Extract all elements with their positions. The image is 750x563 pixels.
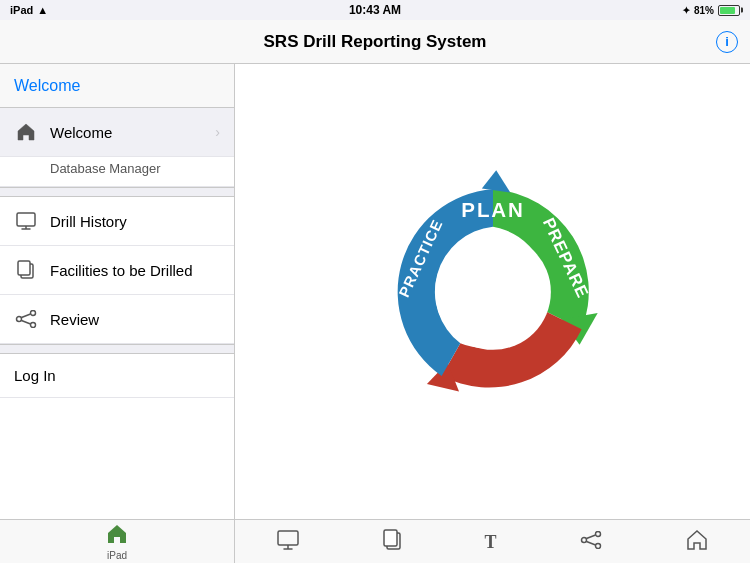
svg-line-27	[587, 542, 596, 546]
status-right: ✦ 81%	[682, 5, 740, 16]
sidebar-list: Welcome › Database Manager Drill History	[0, 108, 234, 519]
main-layout: Welcome Welcome › Database Manager	[0, 64, 750, 519]
svg-rect-4	[18, 261, 30, 275]
ipad-label: iPad	[10, 4, 33, 16]
tab-bar-left[interactable]: iPad	[0, 520, 235, 563]
tab-ipad-label: iPad	[107, 550, 127, 561]
svg-point-25	[596, 544, 601, 549]
svg-line-8	[22, 314, 31, 318]
tab-text-icon: T	[484, 533, 496, 551]
tab-share-icon	[580, 531, 602, 552]
sidebar-item-review[interactable]: Review	[0, 295, 234, 344]
tab-copy[interactable]	[375, 525, 409, 558]
tab-share[interactable]	[572, 527, 610, 556]
chevron-icon: ›	[215, 124, 220, 140]
sidebar-item-facilities[interactable]: Facilities to be Drilled	[0, 246, 234, 295]
tab-text[interactable]: T	[476, 529, 504, 555]
svg-point-24	[596, 532, 601, 537]
tab-home-icon	[106, 523, 128, 550]
svg-point-23	[582, 538, 587, 543]
svg-point-7	[31, 323, 36, 328]
svg-rect-22	[384, 530, 397, 546]
facilities-label: Facilities to be Drilled	[50, 262, 220, 279]
home-icon	[14, 120, 38, 144]
tab-home[interactable]	[678, 525, 716, 558]
tab-home-icon	[686, 529, 708, 554]
svg-point-14	[435, 234, 551, 350]
sidebar-header: Welcome	[0, 64, 234, 108]
tab-copy-icon	[383, 529, 401, 554]
svg-point-6	[31, 311, 36, 316]
svg-rect-0	[17, 213, 35, 226]
battery-icon-container	[718, 5, 740, 16]
welcome-label: Welcome	[50, 124, 215, 141]
battery-fill	[720, 7, 735, 14]
database-manager-label: Database Manager	[0, 157, 234, 187]
svg-line-9	[22, 321, 31, 325]
sidebar-item-drill-history[interactable]: Drill History	[0, 197, 234, 246]
battery-percent: 81%	[694, 5, 714, 16]
tab-monitor-icon	[277, 530, 299, 553]
sidebar-header-title: Welcome	[14, 77, 80, 95]
cycle-graphic: PLAN PREPARE PRACTICE	[353, 152, 633, 432]
sidebar-item-login[interactable]: Log In	[0, 354, 234, 398]
tab-bar-home-container: iPad	[106, 523, 128, 561]
copy-icon	[14, 258, 38, 282]
cycle-svg: PLAN PREPARE PRACTICE	[353, 152, 633, 432]
status-time: 10:43 AM	[349, 3, 401, 17]
share-icon	[14, 307, 38, 331]
sidebar-item-welcome[interactable]: Welcome ›	[0, 108, 234, 157]
svg-line-26	[587, 535, 596, 539]
drill-history-label: Drill History	[50, 213, 220, 230]
login-label: Log In	[14, 367, 56, 384]
content-area: PLAN PREPARE PRACTICE	[235, 64, 750, 519]
status-left: iPad ▲	[10, 4, 48, 16]
tab-bar-right: T	[235, 520, 750, 563]
svg-rect-18	[278, 531, 298, 545]
tab-bar: iPad T	[0, 519, 750, 563]
section-divider-2	[0, 344, 234, 354]
battery-shape	[718, 5, 740, 16]
wifi-icon: ▲	[37, 4, 48, 16]
svg-point-5	[17, 317, 22, 322]
tab-monitor[interactable]	[269, 526, 307, 557]
svg-text:PLAN: PLAN	[461, 198, 524, 221]
info-button[interactable]: i	[716, 31, 738, 53]
review-label: Review	[50, 311, 220, 328]
nav-title: SRS Drill Reporting System	[264, 32, 487, 52]
nav-bar: SRS Drill Reporting System i	[0, 20, 750, 64]
bluetooth-icon: ✦	[682, 5, 690, 16]
section-divider-1	[0, 187, 234, 197]
monitor-icon	[14, 209, 38, 233]
sidebar: Welcome Welcome › Database Manager	[0, 64, 235, 519]
status-bar: iPad ▲ 10:43 AM ✦ 81%	[0, 0, 750, 20]
